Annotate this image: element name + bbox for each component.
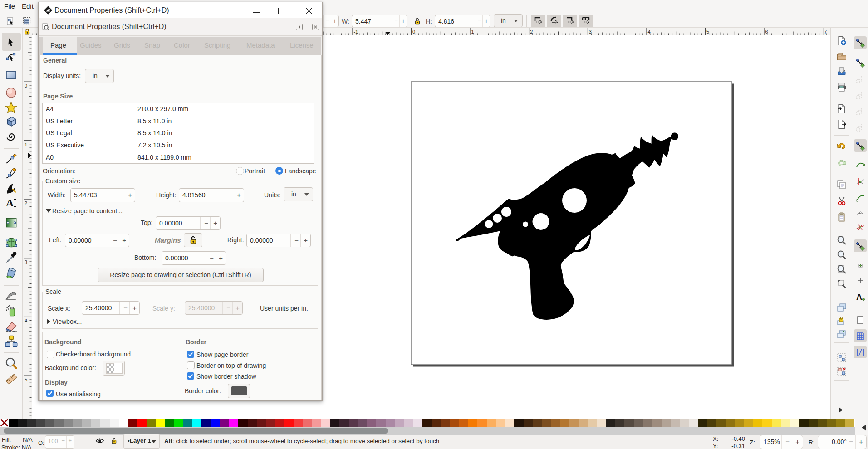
svg-text:5: 5 [25,377,27,382]
svg-text:A: A [6,197,14,209]
svg-text:0: 0 [25,83,27,88]
svg-text:2: 2 [25,200,27,206]
svg-text:3: 3 [25,259,27,265]
svg-text:4: 4 [25,318,27,323]
svg-text:1: 1 [25,142,27,147]
svg-text:A: A [856,293,862,302]
svg-text:-1: -1 [353,29,358,34]
